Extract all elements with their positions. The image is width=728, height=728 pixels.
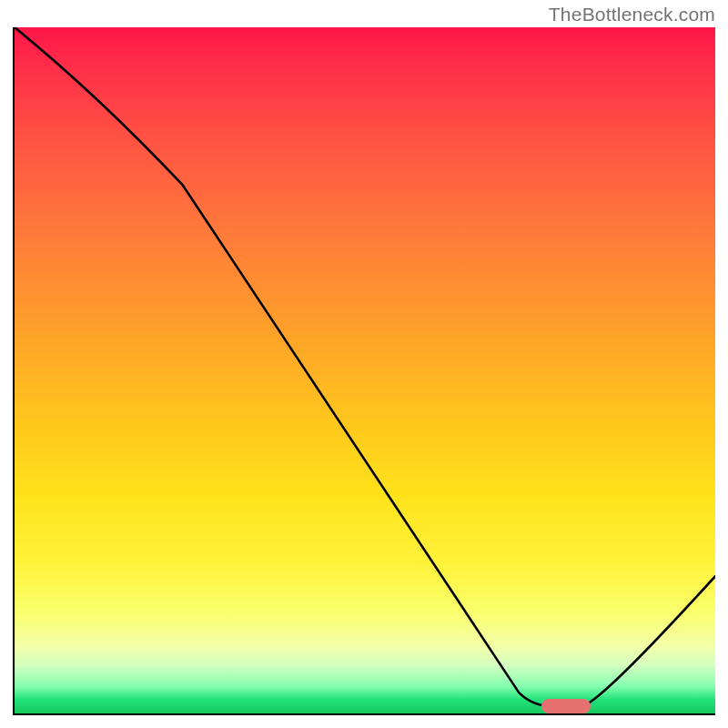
plot-area	[13, 27, 715, 715]
optimal-marker	[541, 699, 591, 713]
watermark-text: TheBottleneck.com	[549, 4, 715, 25]
bottleneck-curve	[15, 27, 715, 713]
